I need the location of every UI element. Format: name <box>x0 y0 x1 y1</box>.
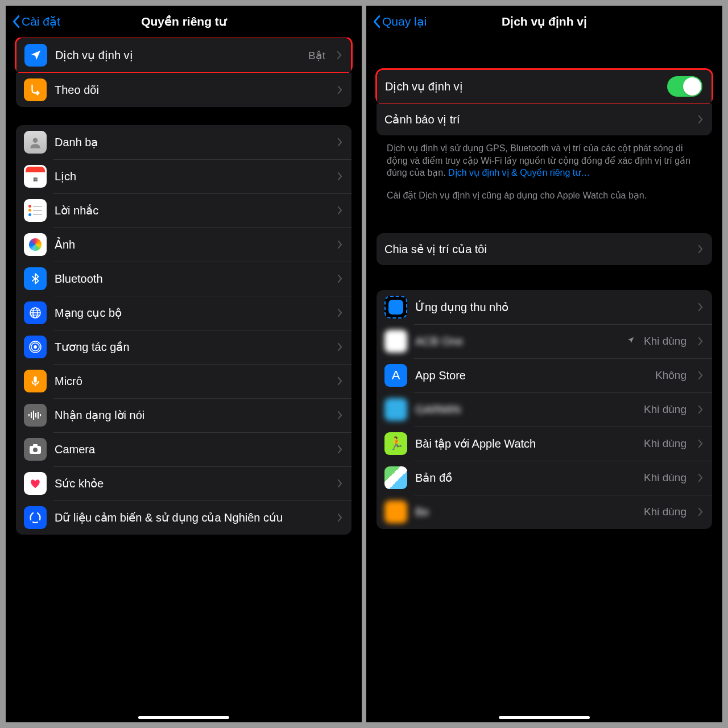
highlight-box: Dịch vụ định vị Bật <box>15 38 353 74</box>
globe-icon <box>24 301 47 324</box>
svg-rect-18 <box>33 444 38 446</box>
chevron-right-icon <box>337 274 342 283</box>
app-row-0[interactable]: Ứng dụng thu nhỏ <box>377 290 712 324</box>
share-my-location-row[interactable]: Chia sẻ vị trí của tôi <box>377 233 712 265</box>
health-icon <box>24 472 47 495</box>
app-icon: A <box>384 364 407 387</box>
back-button-left[interactable]: Cài đặt <box>11 15 60 28</box>
back-label: Quay lại <box>382 15 427 28</box>
chevron-right-icon <box>337 51 342 60</box>
row-label: Ảnh <box>55 238 326 251</box>
row-label: Lịch <box>55 169 326 183</box>
chevron-right-icon <box>337 85 342 94</box>
app-row-3[interactable]: GARMIN Khi dùng <box>377 392 712 427</box>
chevron-right-icon <box>698 473 703 482</box>
privacy-row-11[interactable]: Dữ liệu cảm biến & sử dụng của Nghiên cứ… <box>16 500 351 535</box>
chevron-right-icon <box>337 172 342 181</box>
screen-privacy: Cài đặt Quyền riêng tư Dịch vụ định vị B… <box>6 6 362 722</box>
app-value: Khi dùng <box>644 506 686 518</box>
app-row-4[interactable]: 🏃 Bài tập với Apple Watch Khi dùng <box>377 427 712 461</box>
privacy-row-1[interactable]: ▦ Lịch <box>16 159 351 193</box>
privacy-row-8[interactable]: Nhận dạng lời nói <box>16 398 351 432</box>
location-arrow-icon <box>627 336 635 346</box>
photos-icon <box>24 233 47 256</box>
app-value: Khi dùng <box>644 437 686 450</box>
row-label: Mạng cục bộ <box>55 306 326 320</box>
app-label: GARMIN <box>415 403 636 416</box>
back-button-right[interactable]: Quay lại <box>372 15 427 28</box>
chevron-right-icon <box>698 245 703 254</box>
privacy-row-5[interactable]: Mạng cục bộ <box>16 296 351 330</box>
reminders-icon <box>24 199 47 222</box>
maps-icon <box>384 466 407 489</box>
bluetooth-icon <box>24 267 47 290</box>
privacy-row-0[interactable]: Dịch vụ định vị Bật <box>16 38 351 72</box>
svg-point-0 <box>33 138 38 143</box>
location-arrow-icon <box>24 44 47 67</box>
chevron-right-icon <box>698 405 703 414</box>
row-label: Theo dõi <box>55 83 326 97</box>
app-row-1[interactable]: ACB One Khi dùng <box>377 324 712 358</box>
svg-point-17 <box>33 448 38 452</box>
chevron-right-icon <box>698 337 703 346</box>
privacy-link[interactable]: Dịch vụ định vị & Quyền riêng tư… <box>448 168 590 177</box>
tracking-icon <box>24 78 47 101</box>
chevron-right-icon <box>337 479 342 488</box>
chevron-left-icon <box>11 15 20 28</box>
app-row-6[interactable]: Be Khi dùng <box>377 495 712 529</box>
location-services-toggle-row[interactable]: Dịch vụ định vị <box>377 70 712 103</box>
toggle-label: Dịch vụ định vị <box>385 80 659 93</box>
row-label: Dữ liệu cảm biến & sử dụng của Nghiên cứ… <box>55 511 326 524</box>
chevron-right-icon <box>698 115 703 124</box>
home-indicator[interactable] <box>138 716 229 719</box>
app-row-5[interactable]: Bản đồ Khi dùng <box>377 461 712 495</box>
chevron-right-icon <box>337 342 342 351</box>
screen-location-services: Quay lại Dịch vụ định vị Dịch vụ định vị… <box>366 6 722 722</box>
app-icon: 🏃 <box>384 432 407 455</box>
toggle-switch[interactable] <box>667 76 702 97</box>
nearby-icon <box>24 336 47 358</box>
row-label: Dịch vụ định vị <box>55 48 300 62</box>
app-value: Khi dùng <box>644 335 686 348</box>
description-2: Cài đặt Dịch vụ định vị cũng áp dụng cho… <box>377 179 712 202</box>
svg-rect-9 <box>34 377 37 383</box>
svg-point-6 <box>34 345 37 349</box>
app-label: Bản đồ <box>415 471 636 485</box>
row-label: Sức khỏe <box>55 477 326 490</box>
row-label: Danh bạ <box>55 135 326 149</box>
location-alerts-row[interactable]: Cảnh báo vị trí <box>377 104 712 135</box>
row-label: Camera <box>55 442 326 456</box>
app-label: Ứng dụng thu nhỏ <box>415 300 686 314</box>
app-value: Khi dùng <box>644 471 686 484</box>
calendar-icon: ▦ <box>24 165 47 188</box>
home-indicator[interactable] <box>499 716 590 719</box>
navbar-right: Quay lại Dịch vụ định vị <box>366 6 722 38</box>
privacy-row-3[interactable]: Ảnh <box>16 228 351 262</box>
chevron-right-icon <box>337 206 342 215</box>
privacy-row-4[interactable]: Bluetooth <box>16 262 351 296</box>
row-label: Cảnh báo vị trí <box>384 113 686 126</box>
privacy-row-1[interactable]: Theo dõi <box>16 73 351 107</box>
privacy-row-7[interactable]: Micrô <box>16 364 351 398</box>
app-icon <box>384 500 407 523</box>
contacts-icon <box>24 131 47 154</box>
chevron-right-icon <box>337 377 342 386</box>
privacy-row-2[interactable]: Lời nhắc <box>16 193 351 228</box>
row-value: Bật <box>308 49 325 62</box>
chevron-right-icon <box>698 371 703 380</box>
highlight-box: Dịch vụ định vị <box>375 68 713 105</box>
app-label: Bài tập với Apple Watch <box>415 437 636 450</box>
chevron-right-icon <box>337 240 342 249</box>
app-row-2[interactable]: A App Store Không <box>377 358 712 392</box>
waveform-icon <box>24 404 47 427</box>
chevron-right-icon <box>698 507 703 516</box>
row-label: Micrô <box>55 374 326 388</box>
chevron-right-icon <box>337 308 342 317</box>
chevron-right-icon <box>337 513 342 522</box>
privacy-row-0[interactable]: Danh bạ <box>16 125 351 159</box>
description-1: Dịch vụ định vị sử dụng GPS, Bluetooth v… <box>377 135 712 179</box>
privacy-row-10[interactable]: Sức khỏe <box>16 466 351 500</box>
privacy-row-9[interactable]: Camera <box>16 432 351 466</box>
app-value: Khi dùng <box>644 403 686 416</box>
privacy-row-6[interactable]: Tương tác gần <box>16 330 351 364</box>
